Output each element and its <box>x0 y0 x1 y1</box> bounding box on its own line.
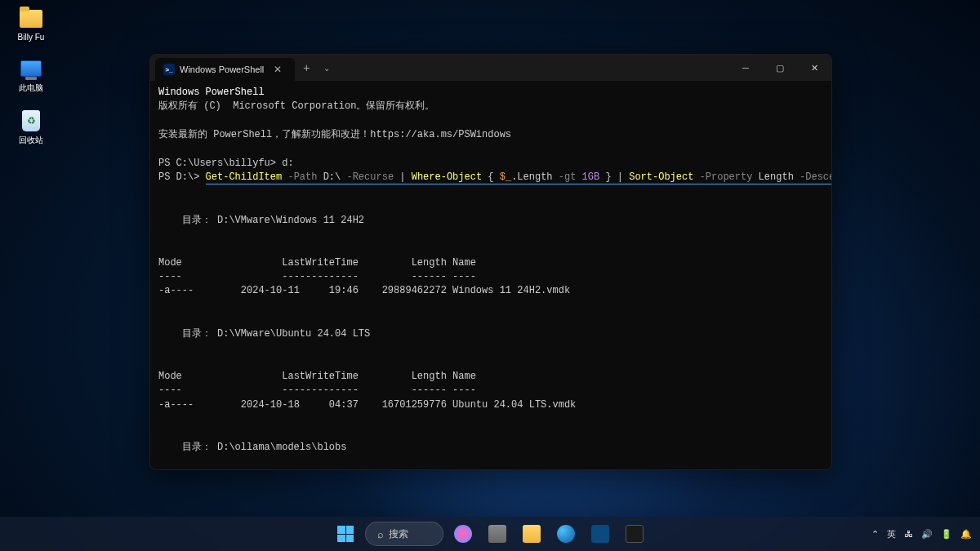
tab-close-button[interactable]: ✕ <box>269 64 287 75</box>
desktop-icon-label: 回收站 <box>19 135 43 146</box>
powershell-icon: >_ <box>163 64 175 75</box>
battery-icon[interactable]: 🔋 <box>941 529 952 540</box>
copilot-icon <box>454 525 472 543</box>
desktop-icon-this-pc[interactable]: 此电脑 <box>7 56 56 94</box>
copilot-button[interactable] <box>448 519 478 549</box>
taskbar: ⌕ 搜索 ⌃ 英 🖧 🔊 🔋 🔔 <box>0 517 980 551</box>
tab-title: Windows PowerShell <box>180 64 264 74</box>
volume-icon[interactable]: 🔊 <box>921 529 933 540</box>
terminal-taskbar-button[interactable] <box>620 519 649 549</box>
desktop-icon-label: 此电脑 <box>19 82 43 94</box>
tray-chevron[interactable]: ⌃ <box>871 529 879 540</box>
terminal-body[interactable]: Windows PowerShell 版权所有 (C) Microsoft Co… <box>150 81 831 469</box>
search-icon: ⌕ <box>377 528 384 540</box>
desktop-icon-folder[interactable]: Billy Fu <box>7 7 56 42</box>
start-button[interactable] <box>331 519 360 549</box>
task-view-icon <box>488 525 506 543</box>
recycle-bin-icon <box>22 110 40 131</box>
minimize-button[interactable]: ─ <box>728 55 763 81</box>
edge-icon <box>557 525 575 543</box>
explorer-icon <box>523 525 541 543</box>
titlebar[interactable]: >_ Windows PowerShell ✕ + ⌄ ─ ▢ ✕ <box>150 55 831 81</box>
ime-indicator[interactable]: 英 <box>887 528 896 540</box>
desktop-icons: Billy Fu 此电脑 回收站 <box>7 7 56 146</box>
terminal-window: >_ Windows PowerShell ✕ + ⌄ ─ ▢ ✕ Window… <box>149 54 832 470</box>
search-placeholder: 搜索 <box>389 527 431 541</box>
desktop-icon-recycle-bin[interactable]: 回收站 <box>7 109 56 146</box>
store-button[interactable] <box>586 519 615 549</box>
edge-button[interactable] <box>551 519 581 549</box>
pc-icon <box>20 60 42 77</box>
maximize-button[interactable]: ▢ <box>763 55 797 81</box>
new-tab-button[interactable]: + <box>295 61 318 74</box>
tab-dropdown-button[interactable]: ⌄ <box>318 64 335 73</box>
terminal-icon <box>626 525 644 543</box>
file-explorer-button[interactable] <box>517 519 546 549</box>
folder-icon <box>20 10 42 28</box>
store-icon <box>591 525 609 543</box>
tab-powershell[interactable]: >_ Windows PowerShell ✕ <box>155 58 295 81</box>
notifications-icon[interactable]: 🔔 <box>960 529 972 540</box>
close-button[interactable]: ✕ <box>797 55 831 81</box>
desktop-icon-label: Billy Fu <box>18 33 45 42</box>
taskbar-search[interactable]: ⌕ 搜索 <box>365 522 443 546</box>
task-view-button[interactable] <box>483 519 512 549</box>
windows-icon <box>337 526 354 542</box>
network-icon[interactable]: 🖧 <box>904 529 913 539</box>
system-tray: ⌃ 英 🖧 🔊 🔋 🔔 <box>871 528 972 540</box>
